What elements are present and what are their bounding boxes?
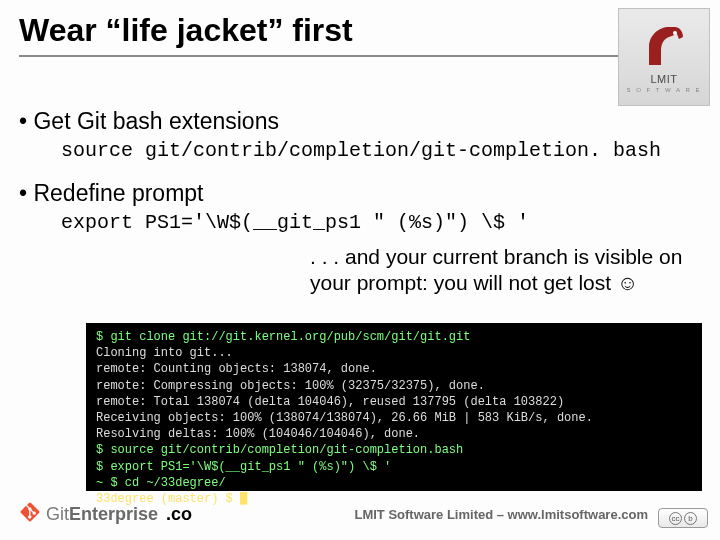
knight-icon xyxy=(639,21,689,69)
explanation-text: . . . and your current branch is visible… xyxy=(310,244,700,297)
logo-text: LMIT xyxy=(650,73,677,85)
header: Wear “life jacket” first xyxy=(0,0,720,58)
bullet-1: Get Git bash extensions xyxy=(19,108,701,135)
brand-tail: .co xyxy=(166,504,192,525)
term-line: $ git clone git://git.kernel.org/pub/scm… xyxy=(96,329,692,345)
code-line-2: export PS1='\W$(__git_ps1 " (%s)") \$ ' xyxy=(61,211,701,234)
term-line: $ source git/contrib/completion/git-comp… xyxy=(96,442,692,458)
code-line-1: source git/contrib/completion/git-comple… xyxy=(61,139,701,162)
terminal-screenshot: $ git clone git://git.kernel.org/pub/scm… xyxy=(86,323,702,491)
footer-company: LMIT Software Limited – www.lmitsoftware… xyxy=(354,507,648,522)
term-line: remote: Total 138074 (delta 104046), reu… xyxy=(96,394,692,410)
brand-suffix: Enterprise xyxy=(69,504,158,524)
company-logo: LMIT S O F T W A R E xyxy=(618,8,710,106)
term-line: remote: Counting objects: 138074, done. xyxy=(96,361,692,377)
title-underline xyxy=(19,55,701,57)
slide-title: Wear “life jacket” first xyxy=(19,12,353,49)
footer-brand: GitEnterprise .co xyxy=(20,502,192,526)
term-line: Resolving deltas: 100% (104046/104046), … xyxy=(96,426,692,442)
git-icon xyxy=(20,502,40,526)
svg-point-0 xyxy=(673,31,677,35)
term-line: Cloning into git... xyxy=(96,345,692,361)
cc-license-badge: cc b xyxy=(658,508,708,528)
term-line: Receiving objects: 100% (138074/138074),… xyxy=(96,410,692,426)
slide: Wear “life jacket” first LMIT S O F T W … xyxy=(0,0,720,540)
content-area: Get Git bash extensions source git/contr… xyxy=(19,108,701,252)
term-line: $ export PS1='\W$(__git_ps1 " (%s)") \$ … xyxy=(96,459,692,475)
by-icon: b xyxy=(684,512,697,525)
term-line: remote: Compressing objects: 100% (32375… xyxy=(96,378,692,394)
brand-text: GitEnterprise xyxy=(46,504,158,525)
logo-subtext: S O F T W A R E xyxy=(627,87,702,93)
cc-icon: cc xyxy=(669,512,682,525)
brand-prefix: Git xyxy=(46,504,69,524)
bullet-2: Redefine prompt xyxy=(19,180,701,207)
term-line: ~ $ cd ~/33degree/ xyxy=(96,475,692,491)
